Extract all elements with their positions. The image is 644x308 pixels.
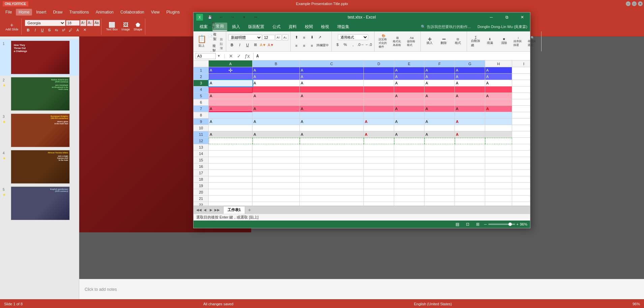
cell-h22[interactable] (485, 202, 512, 206)
row-num-19[interactable]: 19 (194, 183, 208, 189)
xl-font-decrease[interactable]: A↓ (282, 34, 288, 41)
xl-font-increase[interactable]: A↑ (275, 34, 282, 41)
cell-h9[interactable] (485, 119, 512, 125)
cell-i11[interactable] (512, 131, 530, 138)
xl-clear-button[interactable]: ✖ 清除 (497, 36, 511, 47)
cell-i21[interactable] (512, 196, 530, 202)
xl-underline-button[interactable]: U (244, 41, 251, 49)
col-header-i[interactable]: I (512, 60, 530, 67)
cell-f3[interactable]: A (425, 80, 455, 86)
cell-h6[interactable] (485, 99, 512, 106)
cell-f1[interactable]: A (425, 67, 455, 74)
row-num-1[interactable]: 1 (194, 67, 208, 74)
cell-g22[interactable] (455, 202, 485, 206)
cell-f16[interactable] (425, 163, 455, 170)
cell-g8[interactable] (455, 112, 485, 119)
cell-f17[interactable] (425, 170, 455, 176)
cell-a8[interactable] (209, 112, 253, 119)
cell-i19[interactable] (512, 183, 530, 189)
cell-h15[interactable] (485, 157, 512, 163)
image-button[interactable]: 🖼 Image (120, 22, 131, 32)
row-num-15[interactable]: 15 (194, 157, 208, 163)
cell-d17[interactable] (364, 170, 394, 176)
cell-ref-dropdown[interactable]: ▼ (217, 54, 221, 58)
cell-c22[interactable] (300, 202, 364, 206)
notes-area[interactable]: Click to add notes (79, 279, 644, 299)
cell-c5[interactable]: A (300, 93, 364, 99)
xl-zoom-slider[interactable] (488, 224, 515, 225)
xl-sort-button[interactable]: ↕ 排序與篩選 (511, 35, 525, 48)
row-num-20[interactable]: 20 (194, 189, 208, 196)
xl-zoom-plus[interactable]: + (517, 222, 519, 226)
cell-d20[interactable] (364, 189, 394, 196)
cell-h16[interactable] (485, 163, 512, 170)
cell-c9[interactable]: A (300, 119, 364, 125)
cell-i9[interactable] (512, 119, 530, 125)
cell-b7[interactable]: A (253, 106, 300, 112)
cell-i16[interactable] (512, 163, 530, 170)
cell-h7[interactable]: A (485, 106, 512, 112)
cell-d22[interactable] (364, 202, 394, 206)
row-num-13[interactable]: 13 (194, 144, 208, 151)
row-num-7[interactable]: 7 (194, 106, 208, 112)
cell-g6[interactable] (455, 99, 485, 106)
xl-format-button[interactable]: ⊟ 格式 (451, 36, 465, 47)
cell-g17[interactable] (455, 170, 485, 176)
cell-a12[interactable] (209, 138, 253, 144)
cell-e22[interactable] (394, 202, 425, 206)
col-header-g[interactable]: G (455, 60, 485, 67)
cell-g11[interactable]: A (455, 131, 485, 138)
cell-b3[interactable]: A (253, 80, 300, 86)
cell-f22[interactable] (425, 202, 455, 206)
menu-collaboration[interactable]: Collaboration (118, 9, 147, 16)
cell-c17[interactable] (300, 170, 364, 176)
minimize-button[interactable]: ─ (626, 1, 631, 6)
cell-h8[interactable] (485, 112, 512, 119)
xl-text-angle[interactable]: ↗ (316, 34, 323, 41)
menu-view[interactable]: View (148, 9, 163, 16)
cell-f2[interactable]: A (425, 74, 455, 80)
cell-b17[interactable] (253, 170, 300, 176)
xl-align-middle[interactable]: ≡ (300, 34, 308, 41)
cell-d3[interactable] (364, 80, 394, 86)
cell-i17[interactable] (512, 170, 530, 176)
xl-menu-review[interactable]: 校閱 (301, 23, 316, 31)
cell-f6[interactable] (425, 99, 455, 106)
cell-g1[interactable]: A (455, 67, 485, 74)
cell-g12[interactable] (455, 138, 485, 144)
xl-cell-styles-button[interactable]: Aa 儲存格樣式 (405, 35, 418, 48)
cell-c12[interactable] (300, 138, 364, 144)
cell-d10[interactable] (364, 125, 394, 131)
cell-b2[interactable]: A (253, 74, 300, 80)
xl-menu-data[interactable]: 資料 (285, 23, 300, 31)
cell-f15[interactable] (425, 157, 455, 163)
maximize-button[interactable]: □ (632, 1, 637, 6)
menu-transitions[interactable]: Transitions (66, 9, 91, 16)
slide-thumb-1[interactable]: 1 How They Throw Out a Challenge (0, 39, 79, 76)
cell-h20[interactable] (485, 189, 512, 196)
cell-h13[interactable] (485, 144, 512, 151)
xl-align-left[interactable]: ≡ (293, 42, 300, 49)
cell-a2[interactable] (209, 74, 253, 80)
cell-b20[interactable] (253, 189, 300, 196)
cell-d13[interactable] (364, 144, 394, 151)
cell-b15[interactable] (253, 157, 300, 163)
xl-page-layout-view-button[interactable]: ⊡ (464, 221, 471, 227)
cell-b6[interactable] (253, 99, 300, 106)
cell-a9[interactable]: A (209, 119, 253, 125)
cell-g19[interactable] (455, 183, 485, 189)
cell-d14[interactable] (364, 151, 394, 157)
xl-save-button[interactable]: 💾 (205, 16, 214, 19)
cell-h14[interactable] (485, 151, 512, 157)
font-size-input[interactable] (66, 20, 80, 26)
menu-home[interactable]: Home (16, 9, 32, 16)
slide-thumb-4[interactable]: 4 ★ African Yoruba tribes sent a single … (0, 149, 79, 185)
underline-button[interactable]: U (39, 27, 46, 33)
cell-b10[interactable] (253, 125, 300, 131)
formula-input[interactable] (256, 54, 528, 58)
cell-h11[interactable] (485, 131, 512, 138)
cell-h21[interactable] (485, 196, 512, 202)
cell-i18[interactable] (512, 176, 530, 183)
close-button[interactable]: ✕ (638, 1, 643, 6)
xl-filter-button[interactable]: ▼ (239, 16, 249, 19)
